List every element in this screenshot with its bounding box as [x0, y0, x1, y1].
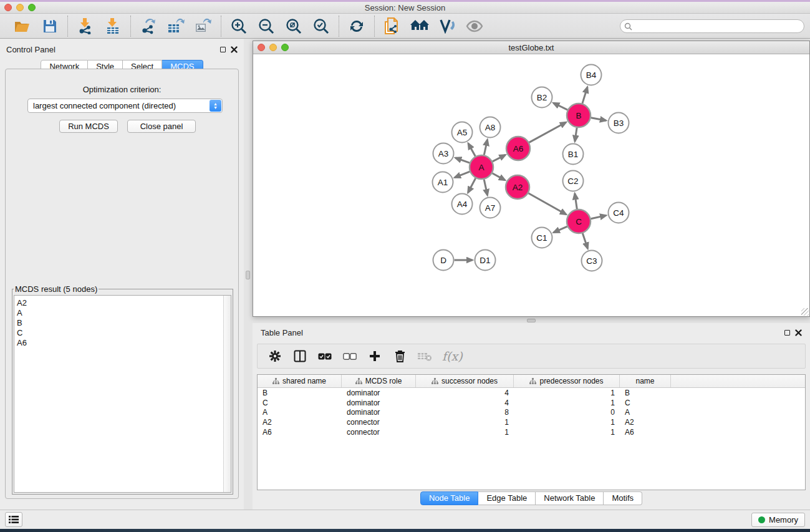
- edge-A-A7[interactable]: [484, 180, 488, 195]
- search-field[interactable]: [620, 19, 804, 33]
- import-table-icon[interactable]: [104, 17, 122, 36]
- column-header-predecessor-nodes[interactable]: predecessor nodes: [514, 375, 620, 387]
- table-tab-edge-table[interactable]: Edge Table: [478, 491, 536, 505]
- graph-node-B1[interactable]: B1: [563, 144, 584, 165]
- clone-network-icon[interactable]: [383, 17, 402, 36]
- edge-A-A6[interactable]: [493, 155, 506, 162]
- table-tab-network-table[interactable]: Network Table: [536, 491, 604, 505]
- zoom-in-icon[interactable]: [229, 17, 248, 36]
- deselect-all-columns-icon[interactable]: [342, 349, 357, 364]
- edge-A2-C[interactable]: [528, 193, 566, 215]
- edge-A-A5[interactable]: [468, 143, 475, 157]
- criterion-dropdown[interactable]: largest connected component (directed) ▲…: [27, 99, 223, 113]
- run-mcds-button[interactable]: Run MCDS: [59, 120, 118, 133]
- edge-A6-B[interactable]: [529, 122, 566, 142]
- delete-table-icon[interactable]: [417, 349, 432, 364]
- zoom-fit-icon[interactable]: [284, 17, 303, 36]
- graph-node-A4[interactable]: A4: [452, 194, 473, 215]
- save-session-icon[interactable]: [41, 17, 59, 36]
- select-all-columns-icon[interactable]: [317, 349, 332, 364]
- graph-node-B[interactable]: B: [567, 104, 591, 127]
- edge-A-A4[interactable]: [468, 178, 476, 193]
- result-scrollbar[interactable]: [223, 296, 231, 492]
- column-header-MCDS-role[interactable]: MCDS role: [342, 375, 416, 387]
- export-table-icon[interactable]: [166, 17, 185, 36]
- table-settings-gear-icon[interactable]: [268, 349, 282, 364]
- edge-C-C1[interactable]: [554, 226, 567, 233]
- result-list-item[interactable]: C: [17, 328, 231, 338]
- close-panel-icon[interactable]: [231, 46, 238, 53]
- graph-node-A5[interactable]: A5: [452, 122, 473, 143]
- edge-C-C2[interactable]: [575, 193, 577, 209]
- graph-node-B4[interactable]: B4: [581, 65, 602, 85]
- export-network-icon[interactable]: [139, 17, 158, 36]
- graph-node-C[interactable]: C: [567, 210, 591, 233]
- graph-node-C2[interactable]: C2: [563, 171, 584, 191]
- graph-node-B3[interactable]: B3: [609, 113, 629, 133]
- graph-node-D1[interactable]: D1: [475, 250, 496, 271]
- search-input[interactable]: [632, 22, 804, 31]
- memory-button[interactable]: Memory: [751, 513, 805, 527]
- open-session-icon[interactable]: [13, 17, 32, 36]
- table-row[interactable]: A2connector11A2: [258, 417, 805, 427]
- result-list-item[interactable]: A6: [17, 338, 231, 348]
- edge-A-A1[interactable]: [455, 172, 470, 177]
- graph-node-A2[interactable]: A2: [506, 175, 529, 199]
- graph-node-A1[interactable]: A1: [433, 172, 453, 193]
- vertical-splitter-handle[interactable]: [246, 271, 250, 279]
- graph-node-D[interactable]: D: [433, 250, 454, 271]
- create-column-plus-icon[interactable]: [367, 349, 382, 364]
- table-row[interactable]: Adominator80A: [258, 407, 805, 417]
- table-row[interactable]: Cdominator41C: [258, 398, 805, 408]
- result-list-item[interactable]: A2: [17, 298, 231, 308]
- show-graphics-details-icon[interactable]: [465, 17, 484, 36]
- column-header-successor-nodes[interactable]: successor nodes: [416, 375, 514, 387]
- home-icon[interactable]: [410, 17, 429, 36]
- edge-A-A8[interactable]: [484, 140, 487, 155]
- graph-node-A3[interactable]: A3: [433, 143, 454, 164]
- graph-node-A6[interactable]: A6: [506, 137, 530, 160]
- network-window-titlebar[interactable]: testGlobe.txt: [253, 41, 809, 54]
- export-image-icon[interactable]: [194, 17, 213, 36]
- resize-columns-icon[interactable]: [292, 349, 307, 364]
- import-network-icon[interactable]: [76, 17, 95, 36]
- float-table-panel-icon[interactable]: [784, 330, 790, 336]
- graph-node-B2[interactable]: B2: [532, 87, 552, 108]
- zoom-selected-icon[interactable]: [312, 17, 330, 36]
- result-list-item[interactable]: A: [17, 308, 231, 318]
- close-panel-button[interactable]: Close panel: [127, 120, 196, 133]
- edge-B-B2[interactable]: [553, 103, 567, 110]
- column-header-shared-name[interactable]: shared name: [258, 375, 342, 387]
- edge-A-A3[interactable]: [455, 158, 470, 163]
- zoom-out-icon[interactable]: [257, 17, 276, 36]
- hide-graphics-details-icon[interactable]: [438, 17, 456, 36]
- refresh-icon[interactable]: [347, 17, 366, 36]
- edge-B-B4[interactable]: [582, 87, 587, 104]
- table-tab-node-table[interactable]: Node Table: [420, 491, 479, 505]
- result-list-item[interactable]: B: [17, 318, 231, 328]
- node-table[interactable]: shared nameMCDS rolesuccessor nodesprede…: [257, 374, 806, 490]
- window-resize-grip[interactable]: [801, 308, 809, 316]
- table-row[interactable]: A6connector11A6: [258, 427, 805, 437]
- function-builder-icon[interactable]: f(x): [442, 349, 463, 364]
- graph-node-A[interactable]: A: [470, 155, 493, 179]
- edge-B-B1[interactable]: [575, 128, 577, 142]
- column-header-name[interactable]: name: [620, 375, 671, 387]
- graph-node-A7[interactable]: A7: [480, 198, 501, 218]
- edge-C-C3[interactable]: [582, 233, 587, 249]
- horizontal-splitter-handle[interactable]: [527, 319, 536, 322]
- graph-node-A8[interactable]: A8: [480, 117, 501, 138]
- table-tab-motifs[interactable]: Motifs: [604, 491, 642, 505]
- task-history-button[interactable]: [5, 512, 22, 527]
- graph-node-C3[interactable]: C3: [582, 251, 602, 271]
- edge-B-B3[interactable]: [591, 118, 606, 121]
- network-canvas[interactable]: B4B2BB3A8A5A6A3B1AA1C2A2A4A7C4CC1DD1C3: [253, 54, 809, 316]
- edge-C-C4[interactable]: [591, 215, 607, 218]
- delete-column-trash-icon[interactable]: [392, 349, 407, 364]
- edge-A-A2[interactable]: [493, 173, 505, 180]
- graph-node-C4[interactable]: C4: [609, 203, 629, 223]
- mcds-result-list[interactable]: A2ABCA6: [14, 295, 231, 493]
- close-table-panel-icon[interactable]: [795, 329, 802, 336]
- table-row[interactable]: Bdominator41B: [258, 388, 805, 398]
- graph-node-C1[interactable]: C1: [532, 228, 552, 248]
